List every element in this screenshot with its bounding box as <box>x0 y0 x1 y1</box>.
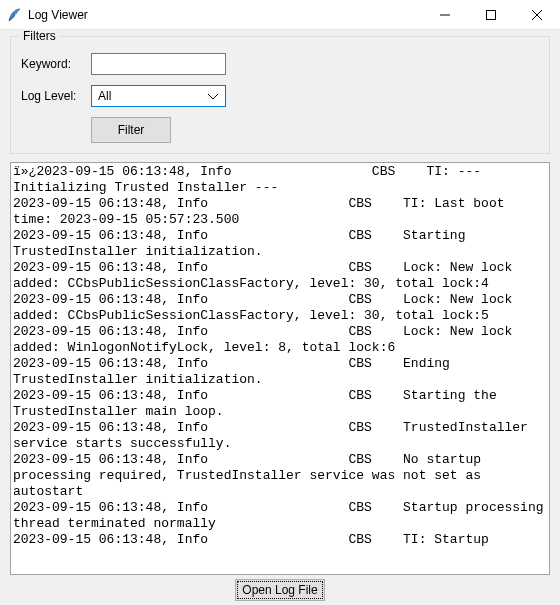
filter-button[interactable]: Filter <box>91 117 171 143</box>
filter-button-row: Filter <box>21 117 539 143</box>
svg-line-4 <box>532 10 542 20</box>
app-feather-icon <box>6 7 22 23</box>
keyword-input[interactable] <box>91 53 226 75</box>
filters-group-label: Filters <box>19 29 60 43</box>
client-area: Filters Keyword: Log Level: All Filter ï… <box>0 30 560 605</box>
keyword-label: Keyword: <box>21 57 91 71</box>
log-text[interactable]: ï»¿2023-09-15 06:13:48, Info CBS TI: ---… <box>11 163 549 549</box>
open-log-file-button[interactable]: Open Log File <box>235 579 325 601</box>
svg-line-3 <box>532 10 542 20</box>
log-text-container: ï»¿2023-09-15 06:13:48, Info CBS TI: ---… <box>10 162 550 575</box>
filters-groupbox: Filters Keyword: Log Level: All Filter <box>10 36 550 154</box>
close-button[interactable] <box>514 0 560 30</box>
chevron-down-icon <box>205 89 221 103</box>
minimize-button[interactable] <box>422 0 468 30</box>
loglevel-selected-value: All <box>98 89 111 103</box>
loglevel-row: Log Level: All <box>21 85 539 107</box>
keyword-row: Keyword: <box>21 53 539 75</box>
loglevel-combobox[interactable]: All <box>91 85 226 107</box>
maximize-button[interactable] <box>468 0 514 30</box>
loglevel-label: Log Level: <box>21 89 91 103</box>
window-title: Log Viewer <box>28 8 422 22</box>
title-bar: Log Viewer <box>0 0 560 30</box>
svg-rect-2 <box>487 10 496 19</box>
bottom-button-row: Open Log File <box>0 577 560 605</box>
